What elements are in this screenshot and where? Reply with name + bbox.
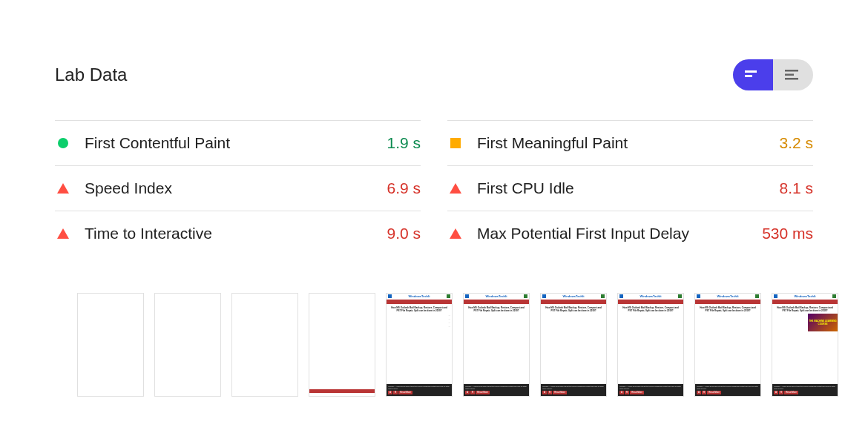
- metric-value: 530 ms: [762, 225, 813, 242]
- svg-rect-4: [785, 78, 798, 80]
- filmstrip-frame: WindowsTechItHow MS Outlook Mail Backup,…: [540, 293, 607, 397]
- metric-row[interactable]: First CPU Idle 8.1 s: [447, 165, 813, 211]
- view-toggle: [733, 59, 813, 90]
- fail-icon: [450, 183, 461, 194]
- metric-row[interactable]: First Contentful Paint 1.9 s: [55, 120, 421, 165]
- metric-label: First Meaningful Paint: [477, 134, 628, 152]
- fail-icon: [450, 228, 461, 239]
- filmstrip: WindowsTechItHow MS Outlook Mail Backup,…: [55, 293, 813, 397]
- filmstrip-frame: WindowsTechItHow MS Outlook Mail Backup,…: [463, 293, 530, 397]
- metric-row[interactable]: Time to Interactive 9.0 s: [55, 211, 421, 256]
- compact-view-icon: [785, 70, 801, 80]
- view-compact-button[interactable]: [773, 59, 813, 90]
- svg-rect-3: [785, 74, 794, 76]
- metric-row[interactable]: First Meaningful Paint 3.2 s: [447, 120, 813, 165]
- svg-rect-0: [745, 70, 757, 73]
- svg-rect-1: [745, 75, 752, 77]
- filmstrip-frame: [231, 293, 298, 397]
- filmstrip-frame: WindowsTechItHow MS Outlook Mail Backup,…: [617, 293, 684, 397]
- metrics-column-left: First Contentful Paint 1.9 s Speed Index…: [55, 120, 421, 256]
- filmstrip-frame: [309, 293, 375, 397]
- metric-value: 8.1 s: [779, 179, 813, 197]
- metric-label: Speed Index: [85, 179, 172, 197]
- svg-rect-2: [785, 70, 798, 72]
- metrics-table: First Contentful Paint 1.9 s Speed Index…: [55, 120, 813, 256]
- filmstrip-frame: WindowsTechItHow MS Outlook Mail Backup,…: [386, 293, 453, 397]
- view-detail-button[interactable]: [733, 59, 773, 90]
- metric-label: First Contentful Paint: [85, 134, 230, 152]
- metric-value: 9.0 s: [387, 225, 421, 242]
- pass-icon: [58, 138, 68, 148]
- metric-value: 6.9 s: [387, 179, 421, 197]
- metric-row[interactable]: Max Potential First Input Delay 530 ms: [447, 211, 813, 256]
- filmstrip-frame: WindowsTechItHow MS Outlook Mail Backup,…: [772, 293, 838, 397]
- fail-icon: [57, 228, 69, 239]
- filmstrip-frame: WindowsTechItHow MS Outlook Mail Backup,…: [694, 293, 761, 397]
- metric-value: 3.2 s: [779, 134, 813, 152]
- filmstrip-frame: [77, 293, 144, 397]
- metric-label: Time to Interactive: [85, 225, 212, 242]
- fail-icon: [57, 183, 69, 194]
- metric-label: First CPU Idle: [477, 179, 574, 197]
- section-title: Lab Data: [55, 65, 127, 85]
- metric-row[interactable]: Speed Index 6.9 s: [55, 165, 421, 211]
- filmstrip-frame: [154, 293, 221, 397]
- metrics-column-right: First Meaningful Paint 3.2 s First CPU I…: [447, 120, 813, 256]
- metric-label: Max Potential First Input Delay: [477, 225, 689, 242]
- detail-view-icon: [745, 70, 761, 79]
- warn-icon: [450, 138, 461, 148]
- metric-value: 1.9 s: [387, 134, 421, 152]
